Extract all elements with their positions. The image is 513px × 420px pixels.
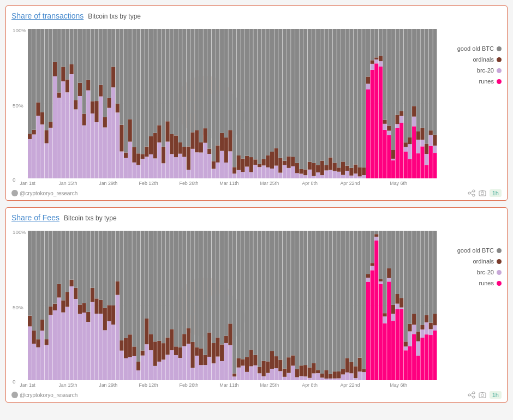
svg-point-49 <box>473 396 475 398</box>
svg-text:May 6th: May 6th <box>390 382 407 388</box>
chart-credit-2: @cryptokoryo_research <box>11 392 77 398</box>
svg-rect-25 <box>479 191 486 196</box>
svg-text:50%: 50% <box>13 304 23 310</box>
svg-text:Jan 1st: Jan 1st <box>20 382 35 388</box>
svg-text:Dune: Dune <box>189 98 232 117</box>
camera-icon-1[interactable] <box>479 189 486 197</box>
svg-line-24 <box>470 194 473 195</box>
chart-footer-2: @cryptokoryo_research 1h <box>11 391 502 399</box>
svg-point-21 <box>468 192 470 194</box>
legend-dot-brc20-1 <box>497 68 502 73</box>
chart-body-2: 100% 50% 0 Dune Jan 1st Jan 15th Jan 29t… <box>11 225 502 389</box>
legend-item-brc20-2: brc-20 <box>442 269 502 275</box>
legend-label-brc20-1: brc-20 <box>477 67 494 74</box>
legend-item-ordinals-2: ordinals <box>442 258 502 265</box>
svg-point-48 <box>468 394 470 396</box>
legend-dot-ordinals-2 <box>497 259 502 264</box>
chart-legend-2: good old BTC ordinals brc-20 runes <box>436 225 502 286</box>
legend-dot-btc-1 <box>497 46 502 51</box>
legend-label-btc-2: good old BTC <box>457 247 494 254</box>
chart-footer-1: @cryptokoryo_research 1h <box>11 189 502 197</box>
chart-actions-1: 1h <box>468 189 502 197</box>
svg-text:Apr 22nd: Apr 22nd <box>340 181 360 186</box>
chart-area-1: 100% 50% 0 Dune <box>11 23 436 187</box>
legend-dot-ordinals-1 <box>497 57 502 62</box>
chart-actions-2: 1h <box>468 391 502 399</box>
svg-text:Mar 25th: Mar 25th <box>260 181 279 186</box>
legend-item-btc-1: good old BTC <box>442 45 502 52</box>
credit-text-2: @cryptokoryo_research <box>20 392 77 398</box>
legend-label-runes-1: runes <box>479 78 494 85</box>
legend-label-ordinals-1: ordinals <box>473 56 494 63</box>
svg-text:Feb 12th: Feb 12th <box>139 382 158 388</box>
svg-point-20 <box>473 190 475 192</box>
chart-share-of-fees: Share of Fees Bitcoin txs by type 100% 5… <box>5 207 508 403</box>
chart-subtitle-2: Bitcoin txs by type <box>64 214 117 222</box>
legend-dot-runes-2 <box>497 281 502 286</box>
svg-text:Feb 26th: Feb 26th <box>179 181 198 186</box>
time-badge-2[interactable]: 1h <box>490 391 502 399</box>
camera-icon-2[interactable] <box>479 391 486 399</box>
legend-label-runes-2: runes <box>479 280 494 286</box>
credit-text-1: @cryptokoryo_research <box>20 190 77 196</box>
svg-line-23 <box>470 191 473 193</box>
chart-legend-1: good old BTC ordinals brc-20 runes <box>436 23 502 85</box>
svg-line-50 <box>470 393 473 394</box>
svg-point-26 <box>481 192 484 195</box>
chart-svg-1: 100% 50% 0 Dune <box>11 23 436 187</box>
chart-body-1: 100% 50% 0 Dune <box>11 23 502 187</box>
svg-text:Jan 29th: Jan 29th <box>99 382 117 388</box>
chart-header-2: Share of Fees Bitcoin txs by type <box>11 213 502 222</box>
svg-text:100%: 100% <box>13 229 26 235</box>
svg-text:Dune: Dune <box>189 299 232 319</box>
svg-text:Apr 8th: Apr 8th <box>302 382 318 388</box>
svg-text:Apr 22nd: Apr 22nd <box>340 382 360 388</box>
legend-item-runes-2: runes <box>442 280 502 286</box>
svg-text:Mar 11th: Mar 11th <box>219 382 238 388</box>
legend-dot-btc-2 <box>497 248 502 253</box>
legend-label-ordinals-2: ordinals <box>473 258 494 265</box>
svg-text:May 6th: May 6th <box>390 181 407 186</box>
chart-svg-2: 100% 50% 0 Dune Jan 1st Jan 15th Jan 29t… <box>11 225 436 389</box>
legend-item-ordinals-1: ordinals <box>442 56 502 63</box>
svg-text:Feb 26th: Feb 26th <box>179 382 198 388</box>
svg-text:Jan 29th: Jan 29th <box>99 181 117 186</box>
legend-label-btc-1: good old BTC <box>457 45 494 52</box>
legend-item-runes-1: runes <box>442 78 502 85</box>
legend-dot-brc20-2 <box>497 270 502 275</box>
chart-title-main-2[interactable]: Share of Fees <box>11 213 59 222</box>
svg-text:50%: 50% <box>13 103 23 109</box>
legend-item-brc20-1: brc-20 <box>442 67 502 74</box>
svg-text:0: 0 <box>13 177 16 183</box>
chart-header-1: Share of transactions Bitcoin txs by typ… <box>11 11 502 20</box>
svg-text:Jan 15th: Jan 15th <box>58 181 77 186</box>
share-icon-1[interactable] <box>468 189 475 197</box>
svg-line-51 <box>470 395 473 397</box>
chart-share-of-transactions: Share of transactions Bitcoin txs by typ… <box>5 5 508 201</box>
svg-text:Mar 11th: Mar 11th <box>219 181 238 186</box>
legend-label-brc20-2: brc-20 <box>477 269 494 275</box>
chart-subtitle-1: Bitcoin txs by type <box>88 13 141 20</box>
svg-text:100%: 100% <box>13 27 26 33</box>
svg-point-47 <box>473 392 475 394</box>
time-badge-1[interactable]: 1h <box>490 189 502 197</box>
svg-text:0: 0 <box>13 379 16 385</box>
chart-credit-1: @cryptokoryo_research <box>11 190 77 196</box>
share-icon-2[interactable] <box>468 391 475 399</box>
chart-area-2: 100% 50% 0 Dune Jan 1st Jan 15th Jan 29t… <box>11 225 436 389</box>
chart-title-main-1[interactable]: Share of transactions <box>11 11 83 20</box>
svg-text:Jan 15th: Jan 15th <box>58 382 77 388</box>
credit-icon-2 <box>11 392 18 398</box>
svg-point-22 <box>473 194 475 196</box>
svg-point-53 <box>481 394 484 397</box>
svg-rect-52 <box>479 393 486 398</box>
svg-text:Feb 12th: Feb 12th <box>139 181 158 186</box>
svg-text:Jan 1st: Jan 1st <box>20 181 35 186</box>
svg-text:Apr 8th: Apr 8th <box>302 181 318 186</box>
svg-rect-54 <box>481 392 484 393</box>
legend-item-btc-2: good old BTC <box>442 247 502 254</box>
svg-text:Mar 25th: Mar 25th <box>260 382 279 388</box>
legend-dot-runes-1 <box>497 79 502 84</box>
credit-icon-1 <box>11 190 18 196</box>
svg-rect-27 <box>481 190 484 191</box>
